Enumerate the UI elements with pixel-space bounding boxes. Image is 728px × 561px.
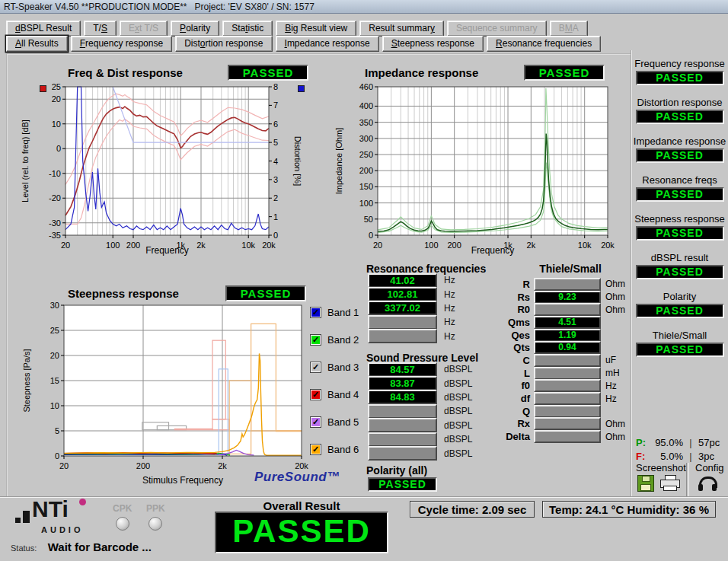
legend-label: Band 3 bbox=[327, 362, 359, 373]
svg-text:250: 250 bbox=[359, 150, 373, 159]
spl-value bbox=[368, 418, 437, 432]
band-4-checkbox[interactable]: ✓ bbox=[310, 389, 321, 400]
ts-param-value: 0.94 bbox=[534, 341, 601, 354]
ts-param-label: R bbox=[464, 279, 534, 290]
ts-param-value bbox=[534, 405, 601, 418]
spl-value: 84.57 bbox=[368, 362, 437, 377]
ts-param-label: Qms bbox=[464, 317, 534, 328]
ts-param-label: Rs bbox=[464, 292, 534, 303]
result-item-label: Impedance response bbox=[631, 135, 728, 147]
svg-text:0: 0 bbox=[56, 144, 61, 153]
spl-value: 83.87 bbox=[368, 376, 437, 390]
band-legend: ✓Band 1✓Band 2✓Band 3✓Band 4✓Band 5✓Band… bbox=[310, 307, 359, 471]
ts-row-qes: Qes1.19 bbox=[464, 329, 625, 342]
result-item-thiele-small: Thiele/SmallPASSED bbox=[631, 330, 728, 357]
ts-param-label: Qes bbox=[464, 330, 534, 341]
ts-row-c: CuF bbox=[464, 354, 625, 367]
band-1-checkbox[interactable]: ✓ bbox=[310, 307, 321, 318]
spl-value bbox=[368, 446, 437, 461]
svg-text:10: 10 bbox=[52, 120, 61, 129]
freq-dist-chart: 201002001k2k10k20k2520100-10-20-30-35876… bbox=[19, 83, 305, 260]
tab-statistic[interactable]: Statistic bbox=[222, 21, 273, 37]
result-item-label: Polarity bbox=[631, 291, 728, 302]
tab-impedance-response[interactable]: Impedance response bbox=[276, 36, 379, 52]
svg-text:-35: -35 bbox=[49, 231, 61, 240]
spl-row: dBSPL bbox=[368, 404, 472, 418]
svg-text:4: 4 bbox=[273, 157, 278, 166]
resonance-unit: Hz bbox=[444, 331, 455, 342]
ts-param-value bbox=[534, 379, 601, 392]
svg-text:200: 200 bbox=[136, 461, 150, 470]
ts-param-unit: uF bbox=[605, 355, 616, 365]
spl-value: 84.83 bbox=[368, 390, 437, 404]
result-item-resonance-freqs: Resonance freqsPASSED bbox=[631, 174, 728, 202]
legend-label: Band 6 bbox=[327, 444, 359, 455]
svg-text:0: 0 bbox=[369, 231, 373, 240]
limit-rect bbox=[276, 431, 302, 432]
tab-distortion-response[interactable]: Distortion response bbox=[175, 36, 272, 52]
status-label: Status: bbox=[11, 543, 37, 553]
tab-result-summary[interactable]: Result summary bbox=[359, 21, 444, 37]
svg-text:8: 8 bbox=[273, 83, 278, 91]
print-screenshot-icon[interactable] bbox=[660, 475, 680, 490]
tab-all-results[interactable]: All Results bbox=[6, 36, 68, 52]
svg-text:6: 6 bbox=[273, 120, 278, 129]
tab-polarity[interactable]: Polarity bbox=[171, 21, 219, 37]
resonance-row: Hz bbox=[368, 330, 455, 343]
ts-param-unit: Ohm bbox=[605, 279, 625, 289]
svg-text:10k: 10k bbox=[578, 241, 592, 250]
status-line: Status: Wait for Barcode ... bbox=[11, 540, 152, 554]
svg-text:300: 300 bbox=[359, 134, 373, 143]
ts-param-label: L bbox=[464, 368, 534, 379]
tab-row-1: dBSPL ResultT/SExt T/SPolarityStatisticB… bbox=[6, 21, 588, 37]
tab-big-result-view[interactable]: Big Result view bbox=[276, 21, 356, 37]
band-6-checkbox[interactable]: ✓ bbox=[310, 444, 321, 455]
ts-param-label: Q bbox=[464, 406, 534, 417]
resonance-unit: Hz bbox=[444, 289, 455, 300]
result-item-label: dBSPL result bbox=[631, 252, 728, 263]
tab-resonance-frequencies[interactable]: Resonance frequencies bbox=[487, 36, 601, 52]
tab-frequency-response[interactable]: Frequency response bbox=[71, 36, 172, 52]
ts-param-label: Rx bbox=[464, 418, 534, 429]
yield-stats: P: 95.0% | 57pc F: 5.0% | 3pc bbox=[636, 437, 720, 464]
ts-row-qms: Qms4.51 bbox=[464, 316, 625, 329]
tab-dbspl-result[interactable]: dBSPL Result bbox=[6, 21, 81, 37]
ts-row-rs: Rs9.23Ohm bbox=[464, 291, 625, 304]
logo-bar-tall bbox=[23, 511, 30, 523]
tools-divider bbox=[686, 463, 689, 498]
config-label: Config bbox=[695, 462, 724, 473]
overall-result-badge: PASSED bbox=[215, 512, 388, 553]
result-item-label: Resonance freqs bbox=[631, 174, 728, 186]
ts-param-unit: Ohm bbox=[605, 292, 625, 302]
results-sidebar: Frequency responsePASSEDDistortion respo… bbox=[631, 50, 728, 496]
svg-text:20: 20 bbox=[59, 461, 69, 470]
resonance-row: 41.02Hz bbox=[368, 273, 455, 287]
tab-t-s[interactable]: T/S bbox=[84, 21, 117, 37]
band-2-checkbox[interactable]: ✓ bbox=[310, 334, 321, 346]
svg-text:100: 100 bbox=[106, 241, 120, 250]
svg-text:-20: -20 bbox=[49, 193, 61, 202]
save-screenshot-icon[interactable] bbox=[637, 475, 654, 492]
pass-percentage: 95.0% bbox=[650, 437, 683, 448]
svg-text:-10: -10 bbox=[49, 169, 61, 178]
fail-label: F: bbox=[636, 451, 650, 462]
svg-text:20: 20 bbox=[61, 241, 70, 250]
band-3-checkbox[interactable]: ✓ bbox=[310, 362, 321, 373]
impedance-chart-title: Impedance response bbox=[365, 66, 478, 79]
puresound-logo: PureSound™ bbox=[254, 470, 340, 485]
pass-stats-row: P: 95.0% | 57pc bbox=[636, 437, 720, 448]
ts-param-label: f0 bbox=[464, 380, 534, 391]
config-headphones-icon[interactable] bbox=[698, 475, 717, 492]
svg-text:5: 5 bbox=[55, 426, 59, 435]
band-5-checkbox[interactable]: ✓ bbox=[310, 416, 321, 428]
svg-text:20: 20 bbox=[52, 94, 61, 104]
resonance-value: 3377.02 bbox=[368, 301, 437, 315]
svg-text:50: 50 bbox=[364, 215, 373, 224]
svg-text:Stimulus Frequency: Stimulus Frequency bbox=[142, 475, 223, 486]
logo-dot bbox=[79, 499, 86, 505]
ts-row-qts: Qts0.94 bbox=[464, 341, 625, 354]
tab-steepness-response[interactable]: Steepness response bbox=[382, 36, 484, 52]
spl-row: 84.57dBSPL bbox=[368, 362, 472, 376]
result-item-status-badge: PASSED bbox=[636, 148, 724, 163]
svg-text:1: 1 bbox=[273, 212, 278, 222]
